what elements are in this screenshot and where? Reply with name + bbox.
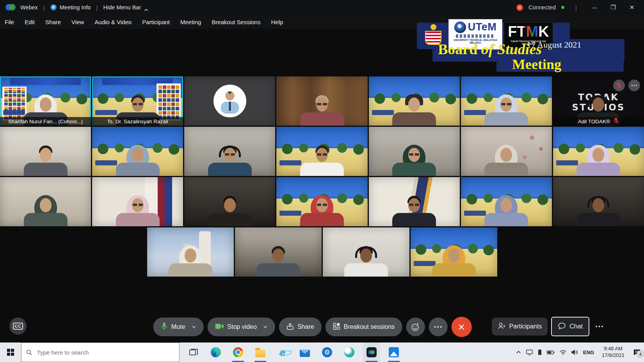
banner-title: Board of Studies — [438, 41, 542, 57]
participant-figure — [235, 227, 322, 277]
chevron-down-icon[interactable] — [191, 325, 196, 328]
video-tile[interactable]: Sharifah Nurul Fari... (Cohost...) — [0, 76, 91, 126]
more-panels-button[interactable] — [593, 325, 606, 328]
start-button[interactable] — [0, 342, 21, 362]
video-tile[interactable] — [0, 127, 91, 176]
breakout-sessions-button[interactable]: Breakout sessions — [326, 318, 402, 336]
taskbar-app-chrome[interactable] — [229, 342, 247, 362]
headphones-shape — [355, 247, 377, 258]
participant-figure — [276, 76, 367, 126]
tray-expand-chevron-icon[interactable] — [516, 351, 521, 354]
mic-muted-icon[interactable] — [613, 80, 625, 91]
virtual-bg-ftmk-chip — [414, 261, 436, 266]
close-button[interactable]: ✕ — [625, 4, 639, 11]
virtual-bg-ftmk-chip — [279, 211, 301, 216]
notification-center-icon[interactable]: 4 — [633, 349, 641, 356]
video-tile[interactable] — [461, 76, 552, 126]
separator: | — [43, 4, 45, 11]
menu-item-file[interactable]: File — [5, 19, 14, 25]
breakout-icon — [333, 323, 340, 332]
video-tile[interactable]: TODAK STUDIOSAdil TODAK® — [553, 76, 644, 126]
video-tile[interactable] — [553, 177, 644, 226]
video-tile[interactable] — [0, 177, 91, 226]
video-tile[interactable]: Ts. Dr. Sazalinsyah Razali — [92, 76, 183, 126]
taskbar-app-webexmeet[interactable] — [363, 342, 380, 362]
face-shape — [132, 148, 144, 162]
video-tile[interactable] — [276, 127, 367, 176]
search-input[interactable] — [36, 349, 174, 356]
shoulders-shape — [392, 163, 436, 176]
video-tile[interactable] — [369, 177, 460, 226]
language-indicator[interactable]: ENG — [583, 350, 594, 355]
leave-meeting-button[interactable] — [451, 317, 471, 337]
shoulders-shape — [300, 213, 344, 226]
shoulders-shape — [300, 112, 344, 126]
hide-menu-bar-button[interactable]: Hide Menu Bar — [103, 4, 141, 11]
video-tile[interactable] — [553, 127, 644, 176]
video-grid: Sharifah Nurul Fari... (Cohost...)Ts. Dr… — [0, 76, 644, 278]
taskbar-app-edge[interactable] — [207, 342, 224, 362]
video-tile[interactable] — [184, 76, 275, 126]
video-tile[interactable] — [235, 227, 322, 277]
video-tile[interactable] — [92, 127, 183, 176]
menu-item-meeting[interactable]: Meeting — [180, 19, 201, 25]
video-tile[interactable] — [276, 76, 367, 126]
video-tile[interactable] — [92, 177, 183, 226]
phone-icon[interactable] — [538, 349, 542, 355]
menu-item-audio-video[interactable]: Audio & Video — [94, 19, 132, 25]
taskbar-app-mail[interactable] — [296, 342, 313, 362]
clock[interactable]: 9:48 AM 17/8/2021 — [599, 346, 627, 359]
closed-captions-button[interactable]: CC — [9, 318, 27, 335]
reactions-button[interactable] — [406, 318, 425, 336]
meeting-banner: UTeM UNIVERSITI TEKNIKAL MALAYSIA MELAKA… — [410, 20, 631, 74]
right-controls: ParticipantsChat — [492, 317, 606, 336]
menu-item-help[interactable]: Help — [271, 19, 283, 25]
maximize-button[interactable]: ❐ — [607, 4, 620, 11]
video-tile[interactable] — [323, 227, 409, 277]
chat-button[interactable]: Chat — [551, 317, 589, 336]
mic-icon — [161, 322, 168, 332]
display-icon[interactable] — [526, 350, 533, 355]
volume-icon[interactable] — [571, 350, 578, 355]
menu-item-participant[interactable]: Participant — [142, 19, 170, 25]
participant-figure — [461, 127, 552, 176]
meeting-info-icon — [50, 4, 57, 11]
taskbar-search[interactable] — [21, 342, 180, 362]
video-tile[interactable] — [461, 127, 552, 176]
minimize-button[interactable]: ─ — [588, 4, 601, 11]
battery-icon[interactable] — [547, 350, 555, 355]
participants-button[interactable]: Participants — [492, 318, 548, 335]
menu-item-view[interactable]: View — [71, 19, 84, 25]
menu-item-breakout-sessions[interactable]: Breakout Sessions — [212, 19, 260, 25]
video-grid-row — [0, 227, 644, 277]
wifi-icon[interactable] — [560, 350, 566, 355]
stop-video-button[interactable]: Stop video — [207, 318, 275, 336]
video-tile[interactable] — [147, 227, 234, 277]
chevron-down-icon[interactable] — [263, 325, 268, 328]
menu-item-share[interactable]: Share — [45, 19, 61, 25]
meeting-info-button[interactable]: Meeting Info — [60, 4, 91, 11]
video-tile[interactable] — [369, 127, 460, 176]
chevron-up-icon[interactable] — [144, 6, 148, 9]
shoulders-shape — [484, 213, 528, 226]
video-grid-row — [0, 127, 644, 176]
video-tile[interactable] — [369, 76, 460, 126]
tile-more-options-icon[interactable] — [628, 80, 640, 91]
taskbar-app-webex[interactable] — [341, 342, 358, 362]
share-button[interactable]: Share — [279, 318, 322, 336]
video-tile[interactable] — [184, 177, 275, 226]
taskbar-app-explorer[interactable] — [252, 342, 269, 362]
video-tile[interactable] — [184, 127, 275, 176]
taskbar-app-settings[interactable]: ⚙ — [318, 342, 336, 362]
menu-item-edit[interactable]: Edit — [25, 19, 35, 25]
participant-name: Sharifah Nurul Fari... (Cohost...) — [8, 119, 83, 124]
more-options-button[interactable] — [429, 318, 447, 336]
taskbar-app-photos[interactable] — [385, 342, 402, 362]
mute-button[interactable]: Mute — [153, 318, 204, 336]
video-tile[interactable] — [276, 177, 367, 226]
shoulders-shape — [116, 213, 160, 226]
video-tile[interactable] — [411, 227, 497, 277]
taskbar-app-ie[interactable]: e — [274, 342, 291, 362]
video-tile[interactable] — [461, 177, 552, 226]
taskbar-app-taskview[interactable] — [185, 342, 202, 362]
